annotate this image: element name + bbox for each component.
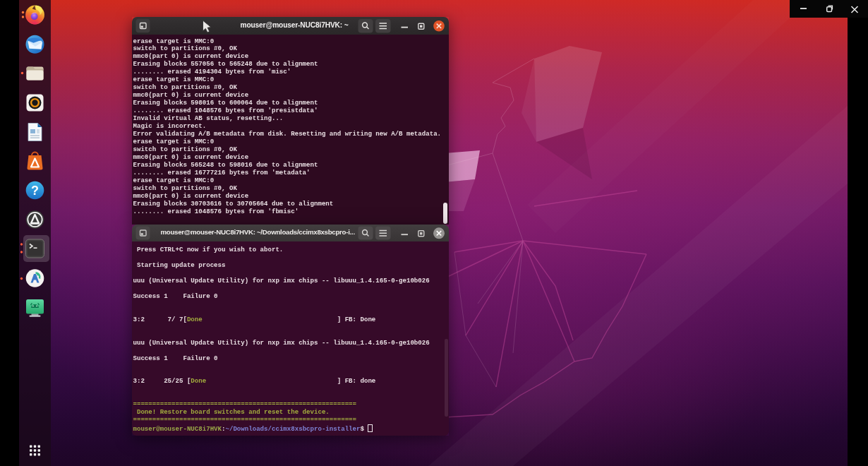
- svg-text:?: ?: [31, 184, 39, 198]
